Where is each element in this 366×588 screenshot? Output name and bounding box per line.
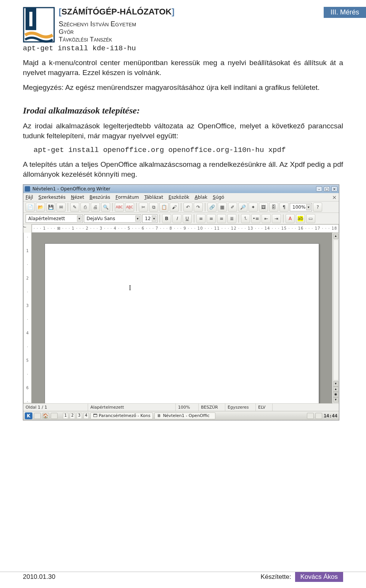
- next-page-icon[interactable]: ▾: [333, 397, 339, 403]
- ruler-corner: ⌙: [23, 224, 32, 233]
- doc-close-icon[interactable]: ×: [332, 194, 337, 200]
- scroll-down-icon[interactable]: ▾: [333, 381, 339, 387]
- maximize-button[interactable]: ▢: [324, 186, 330, 192]
- document-page[interactable]: I: [45, 243, 319, 403]
- menu-window[interactable]: Ablak: [195, 195, 207, 200]
- indent-inc-icon[interactable]: ⇥: [272, 214, 281, 223]
- status-zoom[interactable]: 100%: [176, 404, 199, 411]
- autospell-icon[interactable]: AB̲C: [125, 203, 134, 212]
- menu-help[interactable]: Súgó: [213, 195, 224, 200]
- kmenu-button[interactable]: K: [25, 412, 32, 419]
- italic-icon[interactable]: I: [172, 214, 181, 223]
- ruler-horizontal-row: ⌙ · · · 1 · · · ⊠ · · · 1 · · · 2 · · · …: [23, 224, 339, 233]
- open-icon[interactable]: 📂: [36, 203, 45, 212]
- app-icon: [25, 186, 30, 192]
- ruler-vertical[interactable]: · 1 · 2 · 3 · 4 · 5 · 6 · 7 · 8 · 9 · 10: [23, 233, 32, 403]
- save-icon[interactable]: 💾: [46, 203, 55, 212]
- task-entry-openoffice[interactable]: 🗎 Névtelen1 - OpenOffic: [154, 412, 215, 419]
- font-name-combo[interactable]: DejaVu Sans▾: [84, 214, 141, 223]
- home-icon[interactable]: 🏠: [42, 413, 49, 419]
- scroll-up-icon[interactable]: ▴: [333, 233, 339, 239]
- paragraph-1: Majd a k-menu/control center menüpontban…: [23, 58, 343, 77]
- desktop-4-button[interactable]: 4: [83, 413, 89, 419]
- draw-icon[interactable]: ✐: [228, 203, 237, 212]
- preview-icon[interactable]: 🔍: [101, 203, 110, 212]
- close-button[interactable]: ×: [331, 186, 337, 192]
- status-bar: Oldal 1 / 1 Alapértelmezett 100% BESZÚR …: [23, 403, 339, 411]
- nav-target-icon[interactable]: ◉: [333, 392, 339, 397]
- redo-icon[interactable]: ↷: [194, 203, 203, 212]
- font-color-icon[interactable]: A: [286, 214, 295, 223]
- mail-icon[interactable]: ✉: [56, 203, 66, 212]
- window-titlebar[interactable]: Névtelen1 - OpenOffice.org Writer – ▢ ×: [23, 185, 339, 193]
- ruler-horizontal[interactable]: · · · 1 · · · ⊠ · · · 1 · · · 2 · · · 3 …: [32, 224, 339, 233]
- menu-file[interactable]: Fájl: [26, 195, 33, 200]
- scroll-track[interactable]: [333, 240, 339, 380]
- align-left-icon[interactable]: ≡: [196, 214, 205, 223]
- menu-edit[interactable]: Szerkesztés: [39, 195, 66, 200]
- zoom-combo[interactable]: 100%▾: [290, 203, 312, 211]
- vertical-scrollbar[interactable]: ▴ ▾ ▴ ◉ ▾: [332, 233, 339, 403]
- footer-author: Kovács Ákos: [295, 572, 343, 582]
- konsole-icon[interactable]: [51, 413, 58, 419]
- align-center-icon[interactable]: ≡: [207, 214, 216, 223]
- desktop-1-button[interactable]: 1: [63, 413, 68, 419]
- menu-format[interactable]: Formátum: [116, 195, 139, 200]
- show-desktop-icon[interactable]: [34, 413, 41, 419]
- prev-page-icon[interactable]: ▴: [333, 387, 339, 392]
- toolbar-formatting: Alapértelmezett▾ DejaVu Sans▾ 12▾ B I U …: [23, 213, 339, 224]
- menu-tools[interactable]: Eszközök: [169, 195, 189, 200]
- nonprinting-icon[interactable]: ¶: [279, 203, 289, 212]
- datasource-icon[interactable]: 🗄: [269, 203, 278, 212]
- underline-icon[interactable]: U: [183, 214, 192, 223]
- desktop-3-button[interactable]: 3: [77, 413, 82, 419]
- code-line-2: apt-get install openoffice.org openoffic…: [34, 146, 343, 154]
- print-icon[interactable]: 🖨: [91, 203, 100, 212]
- bg-color-icon[interactable]: ▭: [306, 214, 315, 223]
- document-canvas[interactable]: I: [32, 233, 332, 403]
- find-icon[interactable]: 🔎: [238, 203, 247, 212]
- paragraph-style-combo[interactable]: Alapértelmezett▾: [26, 214, 83, 223]
- font-size-combo[interactable]: 12▾: [142, 214, 157, 223]
- new-icon[interactable]: 📄: [26, 203, 35, 212]
- gallery-icon[interactable]: 🖼: [259, 203, 268, 212]
- menu-view[interactable]: Nézet: [71, 195, 84, 200]
- taskbar-clock[interactable]: 14:44: [324, 413, 337, 419]
- table-icon[interactable]: ▦: [218, 203, 227, 212]
- konsole-task-icon: 🗔: [93, 413, 97, 418]
- spellcheck-icon[interactable]: ABC: [115, 203, 124, 212]
- window-title: Névtelen1 - OpenOffice.org Writer: [32, 186, 110, 192]
- copy-icon[interactable]: ⧉: [149, 203, 158, 212]
- undo-icon[interactable]: ↶: [183, 203, 193, 212]
- status-selection-mode[interactable]: Egyszeres: [225, 404, 256, 411]
- menu-insert[interactable]: Beszúrás: [90, 195, 110, 200]
- tray-icon-2[interactable]: [315, 413, 322, 419]
- align-justify-icon[interactable]: ≣: [227, 214, 236, 223]
- status-style[interactable]: Alapértelmezett: [88, 404, 176, 411]
- list-bullet-icon[interactable]: •≡: [251, 214, 260, 223]
- status-elv[interactable]: ELV: [256, 404, 273, 411]
- export-pdf-icon[interactable]: ⎙: [80, 203, 90, 212]
- format-paint-icon[interactable]: 🖌: [170, 203, 179, 212]
- taskbar: K 🏠 1 2 3 4 🗔 Parancsértelmező - Kons 🗎 …: [23, 411, 339, 420]
- navigator-icon[interactable]: ✦: [249, 203, 258, 212]
- menu-table[interactable]: Táblázat: [144, 195, 163, 200]
- cut-icon[interactable]: ✂: [139, 203, 148, 212]
- list-number-icon[interactable]: ⒈: [241, 214, 250, 223]
- status-page: Oldal 1 / 1: [23, 404, 88, 411]
- bold-icon[interactable]: B: [162, 214, 171, 223]
- city: Győr: [59, 28, 343, 36]
- align-right-icon[interactable]: ≡: [217, 214, 226, 223]
- paste-icon[interactable]: 📋: [159, 203, 169, 212]
- minimize-button[interactable]: –: [316, 186, 322, 192]
- tray-icon-1[interactable]: [307, 413, 314, 419]
- edit-mode-icon[interactable]: ✎: [70, 203, 79, 212]
- section-heading: Irodai alkalmazások telepítése:: [23, 105, 343, 116]
- task-entry-konsole[interactable]: 🗔 Parancsértelmező - Kons: [90, 412, 153, 419]
- status-insert-mode[interactable]: BESZÚR: [199, 404, 225, 411]
- desktop-2-button[interactable]: 2: [70, 413, 75, 419]
- hyperlink-icon[interactable]: 🔗: [207, 203, 217, 212]
- help-icon[interactable]: ?: [313, 203, 322, 212]
- indent-dec-icon[interactable]: ⇤: [262, 214, 271, 223]
- highlight-icon[interactable]: ab: [296, 214, 305, 223]
